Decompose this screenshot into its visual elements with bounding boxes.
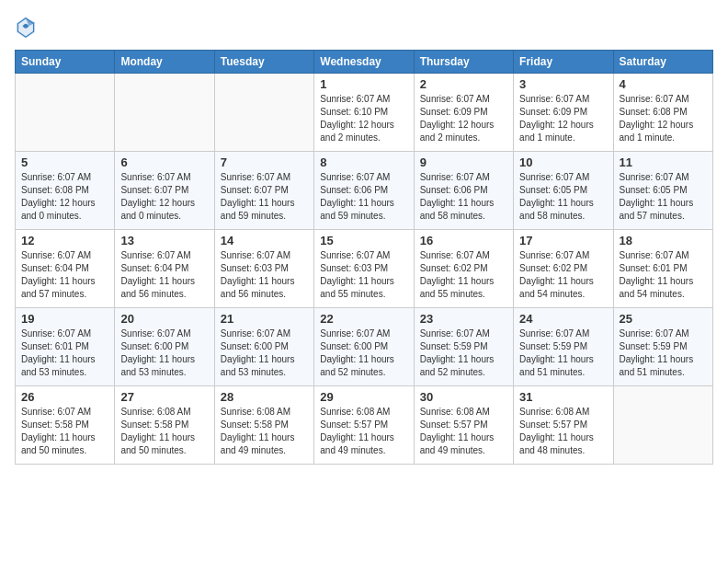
calendar-cell: 13Sunrise: 6:07 AM Sunset: 6:04 PM Dayli… xyxy=(115,230,214,308)
day-number: 2 xyxy=(420,77,507,91)
logo xyxy=(15,15,40,40)
day-info: Sunrise: 6:07 AM Sunset: 6:05 PM Dayligh… xyxy=(620,171,707,223)
calendar-cell: 8Sunrise: 6:07 AM Sunset: 6:06 PM Daylig… xyxy=(314,152,414,230)
day-number: 6 xyxy=(120,155,208,169)
day-number: 31 xyxy=(519,390,607,404)
day-number: 12 xyxy=(21,234,108,247)
day-number: 7 xyxy=(221,155,308,169)
day-number: 5 xyxy=(21,155,108,169)
calendar-cell: 15Sunrise: 6:07 AM Sunset: 6:03 PM Dayli… xyxy=(314,230,414,308)
day-number: 30 xyxy=(420,390,507,404)
weekday-header-monday: Monday xyxy=(115,51,214,74)
calendar-cell xyxy=(16,74,115,152)
day-info: Sunrise: 6:07 AM Sunset: 5:59 PM Dayligh… xyxy=(519,327,607,379)
day-number: 28 xyxy=(221,390,308,404)
day-number: 15 xyxy=(320,234,407,247)
day-number: 3 xyxy=(519,77,607,91)
day-number: 10 xyxy=(519,155,607,169)
weekday-header-sunday: Sunday xyxy=(16,51,115,74)
weekday-header-thursday: Thursday xyxy=(414,51,513,74)
day-info: Sunrise: 6:07 AM Sunset: 6:09 PM Dayligh… xyxy=(420,93,507,144)
calendar-cell: 3Sunrise: 6:07 AM Sunset: 6:09 PM Daylig… xyxy=(514,74,613,152)
calendar-cell xyxy=(613,386,712,465)
day-info: Sunrise: 6:07 AM Sunset: 5:59 PM Dayligh… xyxy=(620,327,707,379)
day-info: Sunrise: 6:07 AM Sunset: 6:10 PM Dayligh… xyxy=(320,93,407,144)
day-info: Sunrise: 6:08 AM Sunset: 5:57 PM Dayligh… xyxy=(320,406,407,457)
weekday-header-tuesday: Tuesday xyxy=(214,51,313,74)
day-number: 16 xyxy=(420,234,507,247)
day-number: 25 xyxy=(620,312,707,326)
calendar-cell: 25Sunrise: 6:07 AM Sunset: 5:59 PM Dayli… xyxy=(613,308,712,386)
calendar-cell: 5Sunrise: 6:07 AM Sunset: 6:08 PM Daylig… xyxy=(16,152,115,230)
day-info: Sunrise: 6:07 AM Sunset: 6:06 PM Dayligh… xyxy=(320,171,407,223)
day-number: 14 xyxy=(221,234,308,247)
calendar-cell: 4Sunrise: 6:07 AM Sunset: 6:08 PM Daylig… xyxy=(613,74,712,152)
day-number: 13 xyxy=(120,234,208,247)
day-info: Sunrise: 6:07 AM Sunset: 6:03 PM Dayligh… xyxy=(221,249,308,301)
calendar-cell: 16Sunrise: 6:07 AM Sunset: 6:02 PM Dayli… xyxy=(414,230,513,308)
calendar-cell: 10Sunrise: 6:07 AM Sunset: 6:05 PM Dayli… xyxy=(514,152,613,230)
calendar-cell: 2Sunrise: 6:07 AM Sunset: 6:09 PM Daylig… xyxy=(414,74,513,152)
day-number: 8 xyxy=(320,155,407,169)
calendar-cell: 30Sunrise: 6:08 AM Sunset: 5:57 PM Dayli… xyxy=(414,386,513,465)
day-number: 22 xyxy=(320,312,407,326)
calendar-cell: 27Sunrise: 6:08 AM Sunset: 5:58 PM Dayli… xyxy=(115,386,214,465)
day-info: Sunrise: 6:07 AM Sunset: 6:02 PM Dayligh… xyxy=(420,249,507,301)
day-info: Sunrise: 6:07 AM Sunset: 6:03 PM Dayligh… xyxy=(320,249,407,301)
day-info: Sunrise: 6:07 AM Sunset: 6:01 PM Dayligh… xyxy=(620,249,707,301)
day-info: Sunrise: 6:07 AM Sunset: 5:59 PM Dayligh… xyxy=(420,327,507,379)
day-info: Sunrise: 6:08 AM Sunset: 5:58 PM Dayligh… xyxy=(120,406,208,457)
calendar-cell: 11Sunrise: 6:07 AM Sunset: 6:05 PM Dayli… xyxy=(613,152,712,230)
calendar-cell: 20Sunrise: 6:07 AM Sunset: 6:00 PM Dayli… xyxy=(115,308,214,386)
day-number: 19 xyxy=(21,312,108,326)
calendar-cell: 24Sunrise: 6:07 AM Sunset: 5:59 PM Dayli… xyxy=(514,308,613,386)
calendar-cell: 26Sunrise: 6:07 AM Sunset: 5:58 PM Dayli… xyxy=(16,386,115,465)
logo-icon xyxy=(15,15,37,40)
weekday-header-saturday: Saturday xyxy=(613,51,712,74)
day-info: Sunrise: 6:07 AM Sunset: 6:00 PM Dayligh… xyxy=(120,327,208,379)
calendar-cell xyxy=(214,74,313,152)
weekday-header-wednesday: Wednesday xyxy=(314,51,414,74)
calendar-cell: 14Sunrise: 6:07 AM Sunset: 6:03 PM Dayli… xyxy=(214,230,313,308)
calendar-cell: 29Sunrise: 6:08 AM Sunset: 5:57 PM Dayli… xyxy=(314,386,414,465)
day-number: 20 xyxy=(120,312,208,326)
day-info: Sunrise: 6:07 AM Sunset: 6:01 PM Dayligh… xyxy=(21,327,108,379)
day-info: Sunrise: 6:07 AM Sunset: 6:09 PM Dayligh… xyxy=(519,93,607,144)
day-number: 17 xyxy=(519,234,607,247)
day-info: Sunrise: 6:07 AM Sunset: 6:00 PM Dayligh… xyxy=(320,327,407,379)
calendar-cell: 6Sunrise: 6:07 AM Sunset: 6:07 PM Daylig… xyxy=(115,152,214,230)
calendar-cell xyxy=(115,74,214,152)
calendar-cell: 28Sunrise: 6:08 AM Sunset: 5:58 PM Dayli… xyxy=(214,386,313,465)
day-number: 4 xyxy=(620,77,707,91)
day-number: 23 xyxy=(420,312,507,326)
calendar-cell: 7Sunrise: 6:07 AM Sunset: 6:07 PM Daylig… xyxy=(214,152,313,230)
day-number: 27 xyxy=(120,390,208,404)
calendar-cell: 17Sunrise: 6:07 AM Sunset: 6:02 PM Dayli… xyxy=(514,230,613,308)
day-info: Sunrise: 6:07 AM Sunset: 6:08 PM Dayligh… xyxy=(21,171,108,223)
day-number: 1 xyxy=(320,77,407,91)
day-info: Sunrise: 6:08 AM Sunset: 5:57 PM Dayligh… xyxy=(420,406,507,457)
day-info: Sunrise: 6:07 AM Sunset: 6:05 PM Dayligh… xyxy=(519,171,607,223)
day-number: 21 xyxy=(221,312,308,326)
day-info: Sunrise: 6:07 AM Sunset: 6:07 PM Dayligh… xyxy=(221,171,308,223)
calendar-cell: 9Sunrise: 6:07 AM Sunset: 6:06 PM Daylig… xyxy=(414,152,513,230)
day-number: 9 xyxy=(420,155,507,169)
calendar-cell: 22Sunrise: 6:07 AM Sunset: 6:00 PM Dayli… xyxy=(314,308,414,386)
day-info: Sunrise: 6:07 AM Sunset: 6:04 PM Dayligh… xyxy=(21,249,108,301)
day-info: Sunrise: 6:07 AM Sunset: 5:58 PM Dayligh… xyxy=(21,406,108,457)
day-info: Sunrise: 6:07 AM Sunset: 6:04 PM Dayligh… xyxy=(120,249,208,301)
day-info: Sunrise: 6:07 AM Sunset: 6:02 PM Dayligh… xyxy=(519,249,607,301)
day-info: Sunrise: 6:07 AM Sunset: 6:00 PM Dayligh… xyxy=(221,327,308,379)
calendar-table: SundayMondayTuesdayWednesdayThursdayFrid… xyxy=(15,50,713,465)
day-number: 26 xyxy=(21,390,108,404)
calendar-cell: 12Sunrise: 6:07 AM Sunset: 6:04 PM Dayli… xyxy=(16,230,115,308)
day-number: 29 xyxy=(320,390,407,404)
day-info: Sunrise: 6:07 AM Sunset: 6:07 PM Dayligh… xyxy=(120,171,208,223)
day-number: 11 xyxy=(620,155,707,169)
page-header xyxy=(15,15,713,40)
calendar-cell: 1Sunrise: 6:07 AM Sunset: 6:10 PM Daylig… xyxy=(314,74,414,152)
calendar-cell: 19Sunrise: 6:07 AM Sunset: 6:01 PM Dayli… xyxy=(16,308,115,386)
calendar-cell: 18Sunrise: 6:07 AM Sunset: 6:01 PM Dayli… xyxy=(613,230,712,308)
day-number: 24 xyxy=(519,312,607,326)
day-number: 18 xyxy=(620,234,707,247)
